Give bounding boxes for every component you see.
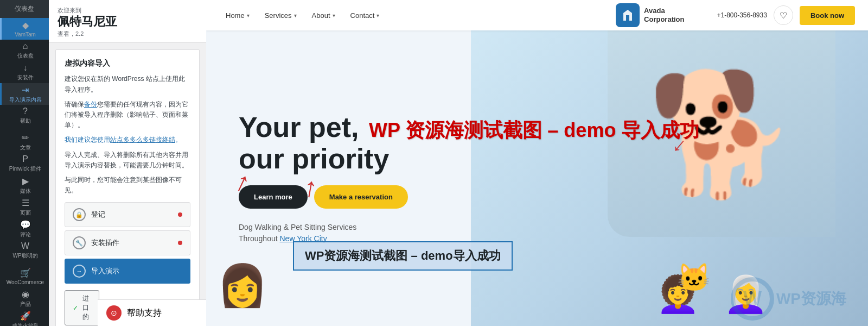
hero-buttons: Learn more Make a reservation xyxy=(239,185,408,209)
products-icon: ◉ xyxy=(22,289,29,299)
sidebar-item-dashboard[interactable]: ⌂ 仪表盘 xyxy=(0,40,49,61)
wp-circle-logo: W xyxy=(731,277,774,321)
sidebar-wpfriendly-label: WP聪明的 xyxy=(12,252,37,260)
version-label: 查看，2.2 xyxy=(58,30,197,38)
import-warning-text: 请确保备份您需要的任何现有内容，因为它们将被导入程序删除（影响帖子、页面和菜单）… xyxy=(65,99,190,131)
register-icon: 🔒 xyxy=(73,208,86,221)
wp-main-header: 欢迎来到 佩特马尼亚 查看，2.2 xyxy=(49,0,206,43)
backup-link[interactable]: 备份 xyxy=(84,101,97,108)
nav-contact[interactable]: Contact ▾ xyxy=(344,7,386,24)
sidebar-item-pimwick[interactable]: P Pimwick 插件 xyxy=(0,153,49,174)
install-plugins-dot xyxy=(178,241,182,245)
media-icon: ▶ xyxy=(22,176,29,186)
wpfriendly-icon: W xyxy=(21,241,29,251)
vamtam-icon: ◆ xyxy=(22,20,29,30)
sidebar-woocommerce-label: WooCommerce xyxy=(7,279,44,285)
step-install-plugins[interactable]: 🔧 安装插件 xyxy=(65,230,190,255)
comments-icon: 💬 xyxy=(20,220,31,230)
sidebar-help-label: 帮助 xyxy=(20,117,31,125)
sidebar-dashboard-label: 仪表盘 xyxy=(17,52,34,60)
install-icon: ↓ xyxy=(23,63,28,73)
services-chevron-icon: ▾ xyxy=(294,12,297,18)
nav-home[interactable]: Home ▾ xyxy=(219,7,256,24)
nav-phone: +1-800-356-8933 xyxy=(717,11,767,19)
dashboard-icon: ⌂ xyxy=(23,41,28,51)
nav-heart-button[interactable]: ♡ xyxy=(774,5,793,25)
nav-services[interactable]: Services ▾ xyxy=(258,7,303,24)
install-plugins-icon: 🔧 xyxy=(73,236,86,249)
sidebar-pimwick-label: Pimwick 插件 xyxy=(9,165,41,173)
sidebar-item-pages[interactable]: ☰ 页面 xyxy=(0,196,49,218)
sidebar-comments-label: 评论 xyxy=(20,231,31,239)
sidebar-item-articles[interactable]: ✏ 文章 xyxy=(0,131,49,153)
step-register[interactable]: 🔒 登记 xyxy=(65,202,190,227)
sidebar-item-help[interactable]: ? 帮助 xyxy=(0,105,49,127)
pages-icon: ☰ xyxy=(22,198,29,208)
book-now-button[interactable]: Book now xyxy=(800,6,855,25)
sidebar-item-comments[interactable]: 💬 评论 xyxy=(0,218,49,240)
import-button[interactable]: ✓ 进口的 xyxy=(65,290,99,325)
wp-watermark-text: WP资源海 xyxy=(776,289,846,309)
sidebar-rocket-label: 成为火箭队 xyxy=(12,322,39,327)
import-panel-title: 虚拟内容导入 xyxy=(65,59,190,68)
sidebar-item-rocket[interactable]: 🚀 成为火箭队 xyxy=(0,309,49,326)
sidebar-top-label: 仪表盘 xyxy=(15,4,34,14)
sidebar-install-label: 安装件 xyxy=(17,74,34,82)
help-support-label: 帮助支持 xyxy=(127,308,162,319)
import-panel: 虚拟内容导入 建议您仅在新的 WordPress 站点上使用此导入程序。 请确保… xyxy=(55,49,200,326)
nav-contact-label: Contact xyxy=(350,11,375,20)
home-chevron-icon: ▾ xyxy=(247,12,250,18)
import-process-text: 导入人完成、导入将删除所有其他内容并用导入演示内容替换，可能需要几分钟时间。 xyxy=(65,150,190,171)
import-steps: 🔒 登记 🔧 安装插件 → 导入演示 xyxy=(65,202,190,284)
help-support-icon: ⊙ xyxy=(106,305,122,321)
learn-more-button[interactable]: Learn more xyxy=(239,185,308,209)
sidebar-item-vamtam-label: VamTam xyxy=(15,32,36,37)
import-btn-label: 进口的 xyxy=(80,294,91,322)
sidebar-pages-label: 页面 xyxy=(20,209,31,217)
site-preview: Home ▾ Services ▾ About ▾ Contact ▾ xyxy=(206,0,868,326)
step-import-demo[interactable]: → 导入演示 xyxy=(65,259,190,284)
contact-chevron-icon: ▾ xyxy=(376,12,379,18)
articles-icon: ✏ xyxy=(22,133,29,143)
pimwick-icon: P xyxy=(22,154,28,164)
sidebar-item-wpfriendly[interactable]: W WP聪明的 xyxy=(0,240,49,261)
sidebar-media-label: 媒体 xyxy=(20,187,31,195)
import-intro-text: 建议您仅在新的 WordPress 站点上使用此导入程序。 xyxy=(65,74,190,95)
nav-about[interactable]: About ▾ xyxy=(305,7,342,24)
nav-right-area: +1-800-356-8933 ♡ Book now xyxy=(717,5,855,25)
sidebar-item-import[interactable]: ⇥ 导入演示内容 xyxy=(0,83,49,105)
site-logo-area: AvadaCorporation xyxy=(616,3,684,27)
wp-admin-sidebar: 仪表盘 ◆ VamTam ⌂ 仪表盘 ↓ 安装件 ⇥ 导入演示内容 ? 帮助 ✏… xyxy=(0,0,49,326)
sidebar-item-products[interactable]: ◉ 产品 xyxy=(0,287,49,309)
watermark-box: WP资源海测试截图 – demo导入成功 xyxy=(293,241,513,271)
import-icon: ⇥ xyxy=(22,85,29,95)
checkmark-icon: ✓ xyxy=(73,304,78,312)
register-dot xyxy=(178,212,182,217)
watermark-red: WP 资源海测试截图 – demo 导入成功 xyxy=(369,117,699,144)
sidebar-products-label: 产品 xyxy=(20,300,31,308)
nav-home-label: Home xyxy=(226,11,245,20)
hero-section: 🐕 Your pet, our priority Learn more Make… xyxy=(206,30,868,326)
avada-logo-icon xyxy=(616,3,640,27)
help-support-bar[interactable]: ⊙ 帮助支持 xyxy=(98,299,206,326)
site-logo-text: AvadaCorporation xyxy=(644,7,684,23)
site-nav: Home ▾ Services ▾ About ▾ Contact ▾ xyxy=(206,0,868,30)
nav-about-label: About xyxy=(312,11,330,20)
sidebar-dashboard-top[interactable]: 仪表盘 xyxy=(0,0,49,18)
page-title: 佩特马尼亚 xyxy=(58,15,197,29)
character-left: 👩 xyxy=(217,262,268,310)
step-install-plugins-label: 安装插件 xyxy=(91,238,119,248)
sidebar-articles-label: 文章 xyxy=(20,144,31,152)
breadcrumb: 欢迎来到 xyxy=(58,7,197,15)
import-recommend-text: 我们建议您使用站点多多么多链接终结。 xyxy=(65,135,190,145)
help-icon: ? xyxy=(23,106,28,116)
make-reservation-button[interactable]: Make a reservation xyxy=(314,185,408,209)
sidebar-item-media[interactable]: ▶ 媒体 xyxy=(0,174,49,196)
sidebar-item-install[interactable]: ↓ 安装件 xyxy=(0,61,49,83)
import-demo-icon: → xyxy=(73,265,86,278)
sidebar-item-vamtam[interactable]: ◆ VamTam xyxy=(0,18,49,40)
multisite-link[interactable]: 站点多多么多链接终结 xyxy=(110,136,175,143)
about-chevron-icon: ▾ xyxy=(333,12,335,18)
nav-services-label: Services xyxy=(265,11,292,20)
sidebar-item-woocommerce[interactable]: 🛒 WooCommerce xyxy=(0,266,49,287)
